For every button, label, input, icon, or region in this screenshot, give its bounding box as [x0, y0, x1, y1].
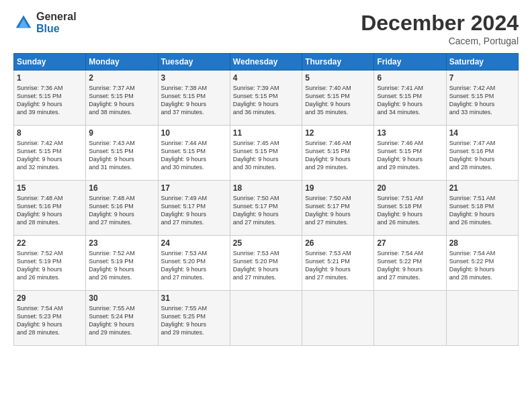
cell-content: Sunrise: 7:41 AM Sunset: 5:15 PM Dayligh…: [377, 84, 443, 117]
table-row: 1Sunrise: 7:36 AM Sunset: 5:15 PM Daylig…: [14, 71, 86, 126]
cell-content: Sunrise: 7:53 AM Sunset: 5:20 PM Dayligh…: [161, 249, 227, 282]
cell-content: Sunrise: 7:37 AM Sunset: 5:15 PM Dayligh…: [89, 84, 154, 117]
day-number: 27: [377, 238, 443, 248]
table-row: 3Sunrise: 7:38 AM Sunset: 5:15 PM Daylig…: [158, 71, 230, 126]
table-row: 5Sunrise: 7:40 AM Sunset: 5:15 PM Daylig…: [302, 71, 374, 126]
day-number: 7: [449, 73, 515, 83]
header: General Blue December 2024 Cacem, Portug…: [13, 11, 519, 46]
day-number: 5: [305, 73, 371, 83]
day-number: 28: [449, 238, 515, 248]
table-row: 8Sunrise: 7:42 AM Sunset: 5:15 PM Daylig…: [14, 126, 86, 181]
table-row: [302, 291, 374, 346]
table-row: 7Sunrise: 7:42 AM Sunset: 5:15 PM Daylig…: [446, 71, 518, 126]
calendar-header-row: Sunday Monday Tuesday Wednesday Thursday…: [14, 54, 519, 71]
table-row: 19Sunrise: 7:50 AM Sunset: 5:17 PM Dayli…: [302, 181, 374, 236]
day-number: 3: [161, 73, 227, 83]
day-number: 18: [233, 183, 299, 193]
logo: General Blue: [13, 11, 77, 34]
day-number: 17: [161, 183, 227, 193]
table-row: 30Sunrise: 7:55 AM Sunset: 5:24 PM Dayli…: [86, 291, 158, 346]
day-number: 16: [89, 183, 154, 193]
table-row: 4Sunrise: 7:39 AM Sunset: 5:15 PM Daylig…: [230, 71, 302, 126]
table-row: 28Sunrise: 7:54 AM Sunset: 5:22 PM Dayli…: [446, 236, 518, 291]
cell-content: Sunrise: 7:48 AM Sunset: 5:16 PM Dayligh…: [17, 194, 83, 227]
cell-content: Sunrise: 7:52 AM Sunset: 5:19 PM Dayligh…: [17, 249, 83, 282]
table-row: 15Sunrise: 7:48 AM Sunset: 5:16 PM Dayli…: [14, 181, 86, 236]
cell-content: Sunrise: 7:45 AM Sunset: 5:15 PM Dayligh…: [233, 139, 299, 172]
cell-content: Sunrise: 7:46 AM Sunset: 5:15 PM Dayligh…: [305, 139, 371, 172]
col-thursday: Thursday: [302, 54, 374, 71]
day-number: 14: [449, 128, 515, 138]
table-row: 25Sunrise: 7:53 AM Sunset: 5:20 PM Dayli…: [230, 236, 302, 291]
logo-general: General: [36, 11, 77, 23]
table-row: 11Sunrise: 7:45 AM Sunset: 5:15 PM Dayli…: [230, 126, 302, 181]
col-tuesday: Tuesday: [158, 54, 230, 71]
table-row: 16Sunrise: 7:48 AM Sunset: 5:16 PM Dayli…: [86, 181, 158, 236]
table-row: 10Sunrise: 7:44 AM Sunset: 5:15 PM Dayli…: [158, 126, 230, 181]
day-number: 26: [305, 238, 371, 248]
cell-content: Sunrise: 7:54 AM Sunset: 5:23 PM Dayligh…: [17, 304, 83, 337]
table-row: 20Sunrise: 7:51 AM Sunset: 5:18 PM Dayli…: [374, 181, 446, 236]
col-sunday: Sunday: [14, 54, 86, 71]
table-row: 13Sunrise: 7:46 AM Sunset: 5:15 PM Dayli…: [374, 126, 446, 181]
day-number: 31: [161, 293, 227, 303]
table-row: 24Sunrise: 7:53 AM Sunset: 5:20 PM Dayli…: [158, 236, 230, 291]
table-row: 9Sunrise: 7:43 AM Sunset: 5:15 PM Daylig…: [86, 126, 158, 181]
col-friday: Friday: [374, 54, 446, 71]
day-number: 20: [377, 183, 443, 193]
logo-blue: Blue: [36, 23, 77, 35]
table-row: 17Sunrise: 7:49 AM Sunset: 5:17 PM Dayli…: [158, 181, 230, 236]
cell-content: Sunrise: 7:44 AM Sunset: 5:15 PM Dayligh…: [161, 139, 227, 172]
cell-content: Sunrise: 7:55 AM Sunset: 5:24 PM Dayligh…: [89, 304, 154, 337]
day-number: 4: [233, 73, 299, 83]
day-number: 13: [377, 128, 443, 138]
cell-content: Sunrise: 7:50 AM Sunset: 5:17 PM Dayligh…: [305, 194, 371, 227]
cell-content: Sunrise: 7:52 AM Sunset: 5:19 PM Dayligh…: [89, 249, 154, 282]
calendar-week-row: 8Sunrise: 7:42 AM Sunset: 5:15 PM Daylig…: [14, 126, 519, 181]
day-number: 12: [305, 128, 371, 138]
table-row: 31Sunrise: 7:55 AM Sunset: 5:25 PM Dayli…: [158, 291, 230, 346]
day-number: 2: [89, 73, 154, 83]
cell-content: Sunrise: 7:49 AM Sunset: 5:17 PM Dayligh…: [161, 194, 227, 227]
table-row: 2Sunrise: 7:37 AM Sunset: 5:15 PM Daylig…: [86, 71, 158, 126]
cell-content: Sunrise: 7:53 AM Sunset: 5:20 PM Dayligh…: [233, 249, 299, 282]
cell-content: Sunrise: 7:39 AM Sunset: 5:15 PM Dayligh…: [233, 84, 299, 117]
table-row: 22Sunrise: 7:52 AM Sunset: 5:19 PM Dayli…: [14, 236, 86, 291]
cell-content: Sunrise: 7:38 AM Sunset: 5:15 PM Dayligh…: [161, 84, 227, 117]
table-row: 26Sunrise: 7:53 AM Sunset: 5:21 PM Dayli…: [302, 236, 374, 291]
table-row: [446, 291, 518, 346]
day-number: 9: [89, 128, 154, 138]
cell-content: Sunrise: 7:50 AM Sunset: 5:17 PM Dayligh…: [233, 194, 299, 227]
logo-text: General Blue: [36, 11, 77, 34]
day-number: 24: [161, 238, 227, 248]
table-row: 18Sunrise: 7:50 AM Sunset: 5:17 PM Dayli…: [230, 181, 302, 236]
cell-content: Sunrise: 7:40 AM Sunset: 5:15 PM Dayligh…: [305, 84, 371, 117]
day-number: 11: [233, 128, 299, 138]
day-number: 6: [377, 73, 443, 83]
cell-content: Sunrise: 7:54 AM Sunset: 5:22 PM Dayligh…: [449, 249, 515, 282]
calendar-week-row: 22Sunrise: 7:52 AM Sunset: 5:19 PM Dayli…: [14, 236, 519, 291]
table-row: 29Sunrise: 7:54 AM Sunset: 5:23 PM Dayli…: [14, 291, 86, 346]
day-number: 15: [17, 183, 83, 193]
col-monday: Monday: [86, 54, 158, 71]
day-number: 21: [449, 183, 515, 193]
table-row: 14Sunrise: 7:47 AM Sunset: 5:16 PM Dayli…: [446, 126, 518, 181]
cell-content: Sunrise: 7:42 AM Sunset: 5:15 PM Dayligh…: [17, 139, 83, 172]
table-row: 6Sunrise: 7:41 AM Sunset: 5:15 PM Daylig…: [374, 71, 446, 126]
day-number: 22: [17, 238, 83, 248]
calendar-table: Sunday Monday Tuesday Wednesday Thursday…: [13, 53, 519, 346]
day-number: 30: [89, 293, 154, 303]
calendar-week-row: 29Sunrise: 7:54 AM Sunset: 5:23 PM Dayli…: [14, 291, 519, 346]
cell-content: Sunrise: 7:48 AM Sunset: 5:16 PM Dayligh…: [89, 194, 154, 227]
table-row: 12Sunrise: 7:46 AM Sunset: 5:15 PM Dayli…: [302, 126, 374, 181]
day-number: 8: [17, 128, 83, 138]
month-year: December 2024: [361, 11, 519, 36]
table-row: 21Sunrise: 7:51 AM Sunset: 5:18 PM Dayli…: [446, 181, 518, 236]
calendar-week-row: 15Sunrise: 7:48 AM Sunset: 5:16 PM Dayli…: [14, 181, 519, 236]
cell-content: Sunrise: 7:51 AM Sunset: 5:18 PM Dayligh…: [449, 194, 515, 227]
day-number: 23: [89, 238, 154, 248]
day-number: 25: [233, 238, 299, 248]
cell-content: Sunrise: 7:43 AM Sunset: 5:15 PM Dayligh…: [89, 139, 154, 172]
col-wednesday: Wednesday: [230, 54, 302, 71]
day-number: 1: [17, 73, 83, 83]
